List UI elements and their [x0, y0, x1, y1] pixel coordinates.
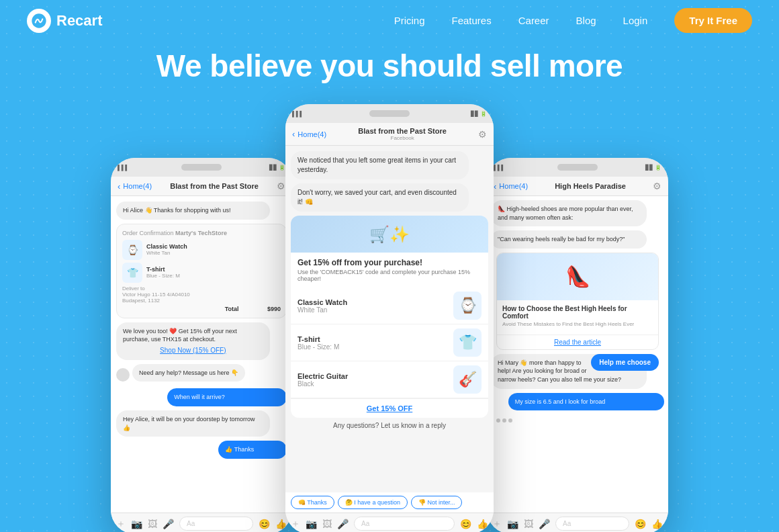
hero-title: We believe you should sell more: [0, 48, 779, 84]
dot-2: [502, 418, 506, 423]
any-questions-text: Any questions? Let us know in a reply: [291, 422, 488, 429]
banner-visual: 🛒✨: [291, 216, 488, 253]
gear-icon-right[interactable]: ⚙: [653, 181, 661, 191]
center-discount-card: 🛒✨ Get 15% off from your purchase! Use t…: [291, 216, 488, 418]
plus-icon-right[interactable]: ＋: [492, 518, 502, 530]
right-msg-1: 👠 High-heeled shoes are more popular tha…: [491, 200, 647, 226]
phone-left-notch: ▌▌▌ ▊▊ 🔋: [111, 158, 292, 177]
emoji-icon-left[interactable]: 😊: [259, 519, 270, 529]
nav-pricing[interactable]: Pricing: [394, 15, 425, 26]
nav-features[interactable]: Features: [452, 15, 492, 26]
msg-count-left: (4): [143, 182, 152, 190]
shirt-prod-name: T-shirt: [297, 335, 339, 343]
heels-image: 👠: [497, 253, 658, 300]
order-address: Deliver toVictor Hugo 11-15 4/A04010Buda…: [122, 285, 281, 304]
back-arrow-right[interactable]: ‹: [494, 181, 496, 191]
image-icon-left[interactable]: 🖼: [148, 519, 157, 529]
camera-icon-center[interactable]: 📷: [306, 519, 317, 529]
phones-container: ▌▌▌ ▊▊ 🔋 ‹ Home (4) Blast from the Past …: [0, 104, 779, 532]
left-input-bar: ＋ 📷 🖼 🎤 Aa 😊 👍: [111, 513, 292, 532]
qr-not-interested[interactable]: 👎 Not inter...: [411, 496, 463, 509]
read-article-link[interactable]: Read the article: [497, 335, 658, 349]
article-content: How to Choose the Best High Heels for Co…: [497, 300, 658, 332]
phone-right-notch: ▌▌▌ ▊▊ 🔋: [487, 158, 668, 177]
like-icon-right[interactable]: 👍: [651, 519, 663, 529]
try-it-free-button[interactable]: Try It Free: [674, 8, 752, 33]
order-item-watch: ⌚ Classic Watch White Tan: [122, 240, 281, 260]
phone-center: ▌▌▌ ▊▊ 🔋 ‹ Home (4) Blast from the Past …: [285, 104, 494, 532]
nav-login[interactable]: Login: [623, 15, 648, 26]
watch-prod-img: ⌚: [453, 292, 482, 320]
left-order-card: Order Confirmation Marty's TechStore ⌚ C…: [116, 224, 287, 318]
gear-icon-left[interactable]: ⚙: [277, 181, 285, 191]
phone-center-notch: ▌▌▌ ▊▊ 🔋: [285, 104, 494, 123]
discount-text-area: Get 15% off from your purchase! Use the …: [291, 253, 488, 287]
shirt-prod-img: 👕: [453, 328, 482, 357]
back-arrow-center[interactable]: ‹: [292, 129, 295, 139]
get-discount-link[interactable]: Get 15% OFF: [291, 398, 488, 418]
guitar-prod-name: Electric Guitar: [297, 372, 348, 380]
signal-right: ▌▌▌: [494, 165, 505, 171]
like-icon-center[interactable]: 👍: [477, 519, 488, 529]
right-chat-area: 👠 High-heeled shoes are more popular tha…: [487, 196, 668, 513]
camera-icon-left[interactable]: 📷: [131, 519, 142, 529]
right-input-bar: ＋ 📷 🖼 🎤 Aa 😊 👍: [487, 513, 668, 532]
quick-replies-center: 👊 Thanks 🤔 I have a question 👎 Not inter…: [285, 492, 494, 513]
nav-career[interactable]: Career: [518, 15, 549, 26]
shirt-img: 👕: [122, 263, 142, 283]
signal-center: ▌▌▌: [292, 111, 304, 117]
store-name-right: High Heels Paradise: [528, 182, 653, 190]
help-me-choose-btn[interactable]: Help me choose: [591, 354, 659, 371]
left-chat-area: Hi Alice 👋 Thanks for shopping with us! …: [111, 196, 292, 513]
gear-icon-center[interactable]: ⚙: [478, 129, 487, 140]
logo[interactable]: Recart: [27, 9, 102, 33]
product-watch-info: Classic Watch White Tan: [297, 298, 347, 314]
left-input-field[interactable]: Aa: [179, 517, 253, 531]
mic-icon-right[interactable]: 🎤: [539, 519, 550, 529]
qr-thanks[interactable]: 👊 Thanks: [291, 496, 334, 509]
product-watch: Classic Watch White Tan ⌚: [291, 287, 488, 324]
shirt-name: T-shirt: [146, 266, 180, 273]
discount-sub: Use the 'COMEBACK15' code and complete y…: [297, 269, 482, 282]
shop-now-link[interactable]: Shop Now (15% OFF): [123, 346, 263, 355]
emoji-icon-center[interactable]: 😊: [460, 519, 471, 529]
nav-blog[interactable]: Blog: [576, 15, 596, 26]
center-input-field[interactable]: Aa: [354, 517, 455, 531]
logo-text: Recart: [56, 12, 102, 30]
right-msg-2: "Can wearing heels really be bad for my …: [491, 230, 647, 249]
camera-icon-right[interactable]: 📷: [507, 519, 518, 529]
product-shirt-info: T-shirt Blue - Size: M: [297, 335, 339, 351]
msg-count-right: (4): [519, 182, 528, 190]
watch-prod-sub: White Tan: [297, 306, 347, 314]
emoji-icon-right[interactable]: 😊: [635, 519, 646, 529]
plus-icon-center[interactable]: ＋: [291, 518, 300, 530]
msg-count-center: (4): [318, 130, 326, 138]
image-icon-center[interactable]: 🖼: [322, 519, 332, 529]
phone-right: ▌▌▌ ▊▊ 🔋 ‹ Home (4) High Heels Paradise …: [487, 158, 668, 532]
phone-left: ▌▌▌ ▊▊ 🔋 ‹ Home (4) Blast from the Past …: [111, 158, 292, 532]
signal-left: ▌▌▌: [118, 165, 129, 171]
notch-right: [557, 164, 598, 171]
battery-left: ▊▊ 🔋: [269, 165, 285, 171]
left-messenger-header: ‹ Home (4) Blast from the Past Store ⚙: [111, 177, 292, 196]
discount-title: Get 15% off from your purchase!: [297, 258, 482, 267]
back-arrow-left[interactable]: ‹: [118, 181, 120, 191]
plus-icon-left[interactable]: ＋: [116, 518, 126, 530]
order-label: Order Confirmation Marty's TechStore: [122, 230, 281, 236]
mic-icon-center[interactable]: 🎤: [337, 519, 349, 529]
right-input-field[interactable]: Aa: [555, 517, 629, 531]
mic-icon-left[interactable]: 🎤: [163, 519, 174, 529]
article-title: How to Choose the Best High Heels for Co…: [502, 305, 653, 320]
notch-center: [369, 110, 410, 117]
article-sub: Avoid These Mistakes to Find the Best Hi…: [502, 321, 653, 327]
left-msg-4: When will it arrive?: [167, 388, 287, 406]
center-messenger-header: ‹ Home (4) Blast from the Past Store Fac…: [285, 123, 494, 146]
dot-3: [508, 418, 512, 423]
like-icon-left[interactable]: 👍: [275, 519, 287, 529]
left-msg-3-row: Need any help? Message us here 👇: [116, 364, 287, 382]
center-chat-area: We noticed that you left some great item…: [285, 146, 494, 492]
qr-question[interactable]: 🤔 I have a question: [338, 496, 408, 509]
image-icon-right[interactable]: 🖼: [524, 519, 533, 529]
guitar-prod-img: 🎸: [453, 365, 482, 394]
store-name-left: Blast from the Past Store: [152, 182, 277, 190]
